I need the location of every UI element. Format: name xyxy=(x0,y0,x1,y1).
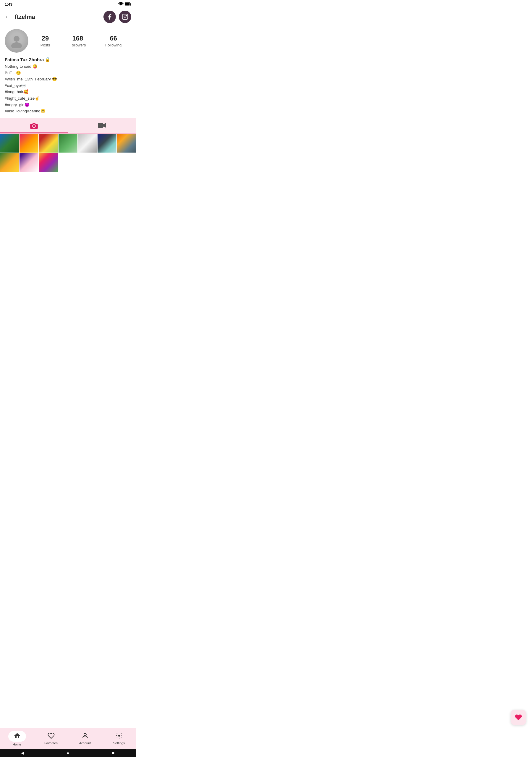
photo-4 xyxy=(59,134,77,153)
posts-count: 29 xyxy=(42,35,49,42)
photo-3 xyxy=(39,134,58,153)
lock-icon: 🔒 xyxy=(45,57,50,62)
svg-point-6 xyxy=(126,15,127,16)
following-label: Following xyxy=(105,43,122,47)
svg-point-0 xyxy=(121,6,122,7)
stats-container: 29 Posts 168 Followers 66 Following xyxy=(28,35,131,47)
svg-rect-2 xyxy=(131,4,132,5)
photo-1 xyxy=(0,134,19,153)
photo-cell-3[interactable] xyxy=(39,134,58,153)
top-nav-right xyxy=(103,11,131,23)
top-nav-left: ← ftzelma xyxy=(5,13,35,21)
photo-cell-2[interactable] xyxy=(19,134,39,153)
avatar-silhouette-icon xyxy=(9,33,24,48)
photo-2 xyxy=(19,134,39,153)
photo-7 xyxy=(117,134,136,153)
camera-icon xyxy=(30,122,38,129)
status-icons xyxy=(118,2,131,6)
facebook-icon xyxy=(106,14,113,20)
photo-grid xyxy=(0,134,136,172)
avatar-placeholder xyxy=(5,29,28,53)
photo-cell-9[interactable] xyxy=(19,153,39,172)
photo-9 xyxy=(19,153,39,172)
username-title: ftzelma xyxy=(15,14,35,20)
posts-label: Posts xyxy=(41,43,50,47)
svg-point-5 xyxy=(124,16,126,18)
photo-10 xyxy=(39,153,58,172)
followers-count: 168 xyxy=(72,35,83,42)
photos-tab[interactable] xyxy=(0,118,68,133)
following-stat[interactable]: 66 Following xyxy=(105,35,122,47)
profile-info: Fatima Tuz Zhohra 🔒 Nothing to said 🤪 Bu… xyxy=(0,55,136,118)
video-icon xyxy=(98,122,106,129)
photo-cell-5[interactable] xyxy=(78,134,97,153)
top-nav: ← ftzelma xyxy=(0,8,136,25)
photo-8 xyxy=(0,153,19,172)
photo-cell-7[interactable] xyxy=(117,134,136,153)
profile-header: 29 Posts 168 Followers 66 Following xyxy=(0,25,136,55)
photo-cell-10[interactable] xyxy=(39,153,58,172)
status-bar: 1:43 xyxy=(0,0,136,8)
avatar xyxy=(5,29,28,53)
svg-rect-4 xyxy=(122,14,128,19)
svg-rect-9 xyxy=(98,123,103,128)
svg-point-8 xyxy=(11,42,22,48)
wifi-icon xyxy=(118,2,124,6)
facebook-button[interactable] xyxy=(103,11,116,23)
svg-point-7 xyxy=(14,36,19,42)
battery-icon xyxy=(125,2,131,6)
tab-bar xyxy=(0,118,136,134)
svg-rect-3 xyxy=(125,3,130,5)
back-button[interactable]: ← xyxy=(5,13,11,21)
videos-tab[interactable] xyxy=(68,118,136,133)
photo-5 xyxy=(78,134,97,153)
following-count: 66 xyxy=(110,35,117,42)
photo-cell-6[interactable] xyxy=(98,134,116,153)
photo-cell-8[interactable] xyxy=(0,153,19,172)
status-time: 1:43 xyxy=(5,2,13,7)
instagram-button[interactable] xyxy=(119,11,131,23)
profile-bio: Nothing to said 🤪 BuT....😏 #wish_me_13th… xyxy=(5,63,131,114)
followers-label: Followers xyxy=(70,43,86,47)
instagram-icon xyxy=(122,14,128,20)
photo-6 xyxy=(98,134,116,153)
display-name: Fatima Tuz Zhohra xyxy=(5,57,44,62)
posts-stat: 29 Posts xyxy=(41,35,50,47)
photo-cell-1[interactable] xyxy=(0,134,19,153)
photo-cell-4[interactable] xyxy=(59,134,77,153)
followers-stat[interactable]: 168 Followers xyxy=(70,35,86,47)
svg-marker-10 xyxy=(103,123,106,128)
profile-name: Fatima Tuz Zhohra 🔒 xyxy=(5,57,131,62)
